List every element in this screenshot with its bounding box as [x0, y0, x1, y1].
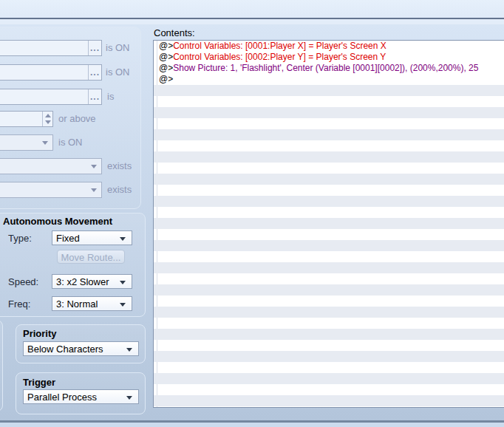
event-command-row[interactable] — [154, 207, 504, 218]
event-command-row[interactable] — [154, 362, 504, 373]
event-command-row[interactable] — [154, 307, 504, 318]
event-command-row[interactable] — [154, 196, 504, 207]
chevron-down-icon — [91, 165, 97, 168]
event-command-row[interactable] — [154, 107, 504, 118]
spinner-up-icon[interactable] — [45, 114, 51, 117]
condition4-suffix-label: or above — [58, 113, 96, 124]
priority-select[interactable]: Below Characters — [23, 341, 139, 356]
event-command-row[interactable] — [154, 284, 504, 296]
condition-selfswitch-select[interactable] — [0, 134, 53, 151]
trigger-value: Parallel Process — [27, 392, 97, 403]
event-command-row[interactable]: @>Control Variables: [0001:Player X] = P… — [154, 41, 504, 52]
movement-freq-value: 3: Normal — [56, 298, 98, 310]
autonomous-movement-group: Autonomous Movement Type: Fixed Move Rou… — [0, 213, 146, 317]
spinner-down-icon[interactable] — [45, 120, 51, 124]
event-command-row[interactable] — [154, 163, 504, 174]
spinner-buttons[interactable] — [42, 112, 52, 126]
event-command-row[interactable] — [154, 373, 504, 384]
condition-variable-browse-button[interactable]: ... — [88, 89, 101, 104]
priority-value: Below Characters — [27, 344, 103, 355]
condition1-suffix-label: is ON — [106, 42, 130, 53]
event-command-row[interactable] — [154, 351, 504, 362]
event-command-row[interactable] — [154, 251, 504, 262]
event-command-row[interactable] — [154, 384, 504, 395]
event-command-row[interactable] — [154, 273, 504, 284]
priority-title: Priority — [23, 328, 57, 339]
event-command-row[interactable] — [154, 329, 504, 340]
event-command-row[interactable] — [154, 151, 504, 163]
movement-speed-label: Speed: — [8, 276, 38, 287]
condition-variable-input[interactable]: ... — [0, 89, 102, 105]
window-bottom-strip — [0, 423, 504, 427]
event-command-row[interactable] — [154, 218, 504, 229]
event-command-row[interactable] — [154, 129, 504, 140]
event-command-row[interactable] — [154, 340, 504, 351]
command-prefix: @> — [159, 74, 173, 84]
trigger-select[interactable]: Parallel Process — [23, 389, 139, 404]
event-command-row[interactable] — [154, 85, 504, 96]
event-command-row[interactable] — [154, 185, 504, 196]
event-page-panel: ... ... ... — [0, 24, 504, 420]
event-command-row[interactable] — [154, 118, 504, 129]
event-command-row[interactable] — [154, 395, 504, 406]
command-text: Control Variables: [0001:Player X] = Pla… — [173, 41, 386, 51]
movement-type-value: Fixed — [56, 233, 80, 244]
condition-item-select[interactable] — [0, 158, 102, 174]
condition5-suffix-label: is ON — [58, 137, 83, 148]
priority-group: Priority Below Characters — [16, 324, 146, 363]
autonomous-movement-title: Autonomous Movement — [3, 216, 112, 227]
movement-type-select[interactable]: Fixed — [52, 230, 132, 245]
event-command-row[interactable] — [154, 229, 504, 240]
condition7-suffix-label: exists — [107, 184, 132, 195]
trigger-title: Trigger — [23, 377, 55, 388]
event-command-row[interactable] — [154, 240, 504, 251]
movement-freq-label: Freq: — [8, 298, 30, 310]
movement-speed-select[interactable]: 3: x2 Slower — [52, 274, 132, 289]
command-text: Show Picture: 1, 'Flashlight', Center (V… — [173, 63, 478, 73]
condition-switch1-browse-button[interactable]: ... — [88, 41, 101, 55]
movement-type-label: Type: — [8, 233, 32, 244]
mid-strip — [0, 19, 504, 24]
condition6-suffix-label: exists — [107, 160, 132, 171]
event-command-row[interactable] — [154, 296, 504, 307]
event-command-row[interactable] — [154, 140, 504, 151]
chevron-down-icon — [126, 396, 132, 400]
condition-actor-select[interactable] — [0, 182, 102, 198]
options-group-edge — [0, 320, 3, 411]
movement-speed-value: 3: x2 Slower — [56, 276, 109, 287]
condition2-suffix-label: is ON — [106, 66, 130, 78]
command-prefix: @> — [159, 41, 173, 51]
event-command-row[interactable]: @>Show Picture: 1, 'Flashlight', Center … — [154, 63, 504, 74]
event-command-row[interactable] — [154, 96, 504, 107]
condition-switch1-input[interactable]: ... — [0, 40, 102, 56]
move-route-button[interactable]: Move Route... — [57, 250, 125, 264]
chevron-down-icon — [120, 303, 126, 307]
event-editor-window: ... ... ... — [0, 0, 504, 427]
condition-switch2-browse-button[interactable]: ... — [88, 65, 101, 80]
chevron-down-icon — [126, 348, 132, 352]
event-command-rows: @>Control Variables: [0001:Player X] = P… — [154, 41, 504, 408]
condition-variable-value-spinner[interactable] — [0, 111, 53, 127]
movement-freq-select[interactable]: 3: Normal — [52, 296, 132, 311]
command-prefix: @> — [159, 63, 173, 73]
chevron-down-icon — [120, 281, 126, 284]
event-command-row[interactable] — [154, 174, 504, 185]
condition-switch2-input[interactable]: ... — [0, 64, 102, 81]
event-commands-list[interactable]: @>Control Variables: [0001:Player X] = P… — [153, 40, 504, 408]
command-prefix: @> — [159, 52, 173, 62]
event-command-row[interactable]: @> — [154, 74, 504, 85]
event-command-row[interactable] — [154, 318, 504, 329]
window-top-strip — [0, 0, 504, 18]
chevron-down-icon — [42, 141, 48, 145]
event-command-row[interactable] — [154, 406, 504, 408]
event-command-row[interactable]: @>Control Variables: [0002:Player Y] = P… — [154, 52, 504, 63]
condition3-suffix-label: is — [107, 91, 114, 102]
chevron-down-icon — [120, 237, 126, 241]
command-text: Control Variables: [0002:Player Y] = Pla… — [173, 52, 386, 62]
contents-label: Contents: — [154, 27, 195, 38]
chevron-down-icon — [91, 188, 97, 192]
trigger-group: Trigger Parallel Process — [16, 372, 146, 414]
event-command-row[interactable] — [154, 262, 504, 273]
